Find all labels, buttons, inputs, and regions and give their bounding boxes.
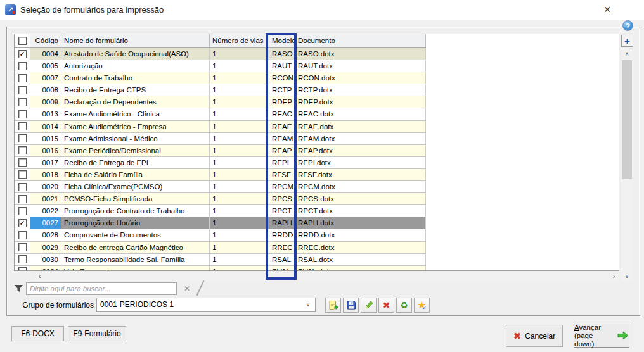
avancar-button[interactable]: Avançar (page down) [574,324,629,348]
cell-nome[interactable]: Exame Admissional - Médico [61,133,210,145]
cell-modelo[interactable]: RPCS [269,193,295,205]
table-row[interactable]: 0018Ficha de Salário Família1RFSFRFSF.do… [15,169,426,181]
row-checkbox[interactable] [18,195,27,203]
add-row-button[interactable]: + [621,35,633,47]
cell-vias[interactable]: 1 [210,96,269,108]
select-all-checkbox[interactable] [18,37,27,45]
cell-vias[interactable]: 1 [210,72,269,84]
close-icon[interactable]: ✕ [593,0,621,19]
cell-documento[interactable]: RREC.dotx [295,242,426,254]
table-row[interactable]: 0020Ficha Clínica/Exame(PCMSO)1RPCMRPCM.… [15,181,426,193]
cell-documento[interactable]: REAE.dotx [295,121,426,133]
cell-documento[interactable]: RRDD.dotx [295,229,426,241]
header-nome[interactable]: Nome do formulário [61,34,210,48]
table-row[interactable]: 0009Declaração de Dependentes1RDEPRDEP.d… [15,96,426,108]
cell-documento[interactable]: RCTP.dotx [295,84,426,96]
cell-codigo[interactable]: 0027 [30,217,61,229]
cell-codigo[interactable]: 0030 [30,254,61,266]
table-row[interactable]: 0014Exame Audiométrico - Empresa1REAEREA… [15,121,426,133]
row-checkbox[interactable] [18,110,27,118]
row-checkbox[interactable]: ✓ [18,50,27,58]
cell-documento[interactable]: RFSF.dotx [295,169,426,181]
scroll-left-icon[interactable]: ‹ [35,272,44,281]
cell-vias[interactable]: 1 [210,254,269,266]
cell-vias[interactable]: 1 [210,60,269,72]
cell-nome[interactable]: Exame Audiométrico - Empresa [61,121,210,133]
cell-codigo[interactable]: 0009 [30,96,61,108]
table-row[interactable]: 0005Autorização1RAUTRAUT.dotx [15,60,426,72]
cell-modelo[interactable]: REAM [269,133,295,145]
cell-modelo[interactable]: RVAL [269,266,295,271]
cell-vias[interactable]: 1 [210,229,269,241]
f6-docx-button[interactable]: F6-DOCX [11,326,64,341]
row-checkbox[interactable] [18,122,27,130]
cell-modelo[interactable]: RPCM [269,181,295,193]
clear-search-icon[interactable]: ✕ [181,283,193,294]
scroll-up-icon[interactable]: ∧ [621,49,633,59]
cell-modelo[interactable]: RASO [269,48,295,60]
cell-documento[interactable]: RVAL.dotx [295,266,426,271]
table-row[interactable]: 0022Prorrogação de Contrato de Trabalho1… [15,205,426,217]
cell-modelo[interactable]: RFSF [269,169,295,181]
cell-modelo[interactable]: RCON [269,72,295,84]
cell-modelo[interactable]: REPI [269,157,295,169]
search-input[interactable] [26,282,177,295]
cell-codigo[interactable]: 0034 [30,266,61,271]
cell-modelo[interactable]: RCTP [269,84,295,96]
cell-documento[interactable]: RDEP.dotx [295,96,426,108]
cell-nome[interactable]: Declaração de Dependentes [61,96,210,108]
cell-documento[interactable]: RAPH.dotx [295,217,426,229]
refresh-group-button[interactable]: ♻ [396,298,412,313]
table-row[interactable]: 0016Exame Periódico/Demissional1REAPREAP… [15,145,426,157]
table-row[interactable]: 0007Contrato de Trabalho1RCONRCON.dotx [15,72,426,84]
cell-documento[interactable]: RSAL.dotx [295,254,426,266]
cell-codigo[interactable]: 0008 [30,84,61,96]
table-row[interactable]: 0029Recibo de entrega Cartão Magnético1R… [15,242,426,254]
header-codigo[interactable]: Código [30,34,61,48]
row-checkbox[interactable] [18,146,27,154]
cell-modelo[interactable]: RDEP [269,96,295,108]
cell-nome[interactable]: Exame Audiométrico - Clínica [61,108,210,120]
cell-modelo[interactable]: REAP [269,145,295,157]
cell-documento[interactable]: RPCT.dotx [295,205,426,217]
cell-modelo[interactable]: RAPH [269,217,295,229]
cell-nome[interactable]: Atestado de Saúde Ocupacional(ASO) [61,48,210,60]
cell-nome[interactable]: PCMSO-Ficha Simplificada [61,193,210,205]
cell-documento[interactable]: RAUT.dotx [295,60,426,72]
favorite-group-button[interactable]: ★ ✓ [414,298,430,313]
cell-modelo[interactable]: RPCT [269,205,295,217]
f9-formulario-button[interactable]: F9-Formulário [68,326,126,341]
row-checkbox[interactable] [18,170,27,179]
cell-codigo[interactable]: 0017 [30,157,61,169]
header-modelo[interactable]: Modelo [269,34,295,48]
cell-nome[interactable]: Autorização [61,60,210,72]
cell-nome[interactable]: Prorrogação de Horário [61,217,210,229]
cell-nome[interactable]: Recibo de Entrega CTPS [61,84,210,96]
cell-vias[interactable]: 1 [210,157,269,169]
row-checkbox[interactable] [18,62,27,70]
table-row[interactable]: 0034Vale Transporte1RVALRVAL.dotx [15,266,426,271]
vertical-scroll-thumb[interactable] [622,60,632,179]
cell-vias[interactable]: 1 [210,266,269,271]
cell-codigo[interactable]: 0029 [30,242,61,254]
cell-nome[interactable]: Ficha de Salário Família [61,169,210,181]
cell-documento[interactable]: RPCS.dotx [295,193,426,205]
cell-vias[interactable]: 1 [210,121,269,133]
row-checkbox[interactable] [18,98,27,106]
header-select-all-cell[interactable] [15,34,30,48]
scroll-down-icon[interactable]: ∨ [621,272,633,281]
cell-vias[interactable]: 1 [210,145,269,157]
cell-codigo[interactable]: 0005 [30,60,61,72]
cell-documento[interactable]: REAP.dotx [295,145,426,157]
cell-nome[interactable]: Recibo de entrega Cartão Magnético [61,242,210,254]
cell-modelo[interactable]: REAC [269,108,295,120]
cell-documento[interactable]: REPI.dotx [295,157,426,169]
help-icon[interactable]: ? [622,20,633,31]
row-checkbox[interactable] [18,183,27,191]
cell-codigo[interactable]: 0016 [30,145,61,157]
cell-codigo[interactable]: 0013 [30,108,61,120]
table-row[interactable]: 0021PCMSO-Ficha Simplificada1RPCSRPCS.do… [15,193,426,205]
scroll-right-icon[interactable]: › [609,272,619,281]
cell-vias[interactable]: 1 [210,108,269,120]
table-row[interactable]: ✓0027Prorrogação de Horário1RAPHRAPH.dot… [15,217,426,229]
